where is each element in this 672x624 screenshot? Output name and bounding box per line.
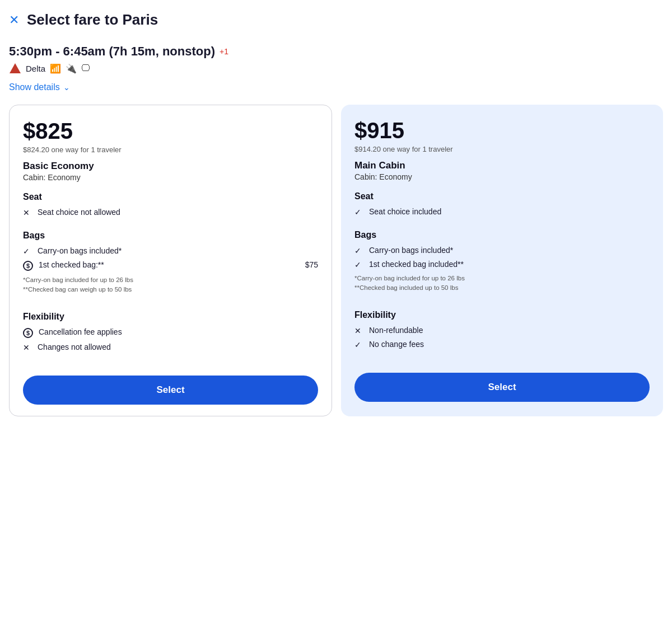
feature-row: $ Cancellation fee applies (23, 327, 318, 338)
bags-section-main: Bags ✓ Carry-on bags included* ✓ 1st che… (354, 230, 650, 301)
check-icon: ✓ (354, 208, 363, 217)
day-offset: +1 (220, 47, 228, 56)
close-icon[interactable]: ✕ (9, 14, 19, 26)
fare-name-basic: Basic Economy (23, 161, 318, 172)
dollar-circle-icon: $ (23, 261, 33, 271)
feature-row: ✓ Carry-on bags included* (354, 246, 650, 255)
feature-row: ✓ Seat choice included (354, 207, 650, 217)
feature-row: ✓ No change fees (354, 340, 650, 349)
check-icon: ✓ (354, 260, 363, 269)
feature-row-checked-bag: $ 1st checked bag:** $75 (23, 260, 318, 271)
feature-row: ✕ Non-refundable (354, 326, 650, 335)
fare-cards-container: $825 $824.20 one way for 1 traveler Basi… (9, 105, 663, 416)
feature-row: ✕ Changes not allowed (23, 343, 318, 352)
svg-marker-0 (10, 63, 21, 73)
seat-title-main: Seat (354, 191, 650, 201)
check-icon: ✓ (354, 246, 363, 255)
cross-icon: ✕ (354, 326, 363, 335)
show-details-label: Show details (9, 82, 60, 92)
flexibility-section-main: Flexibility ✕ Non-refundable ✓ No change… (354, 310, 650, 354)
flight-time-range: 5:30pm - 6:45am (7h 15m, nonstop) +1 (9, 44, 663, 59)
screen-icon: 🖵 (81, 63, 90, 73)
check-icon: ✓ (354, 340, 363, 349)
airline-name: Delta (26, 64, 45, 73)
flex-title-main: Flexibility (354, 310, 650, 320)
fare-card-main-cabin: $915 $914.20 one way for 1 traveler Main… (341, 105, 663, 416)
fare-cabin-basic: Cabin: Economy (23, 173, 318, 182)
fare-card-basic-economy: $825 $824.20 one way for 1 traveler Basi… (9, 105, 332, 416)
fare-cabin-main-cabin: Cabin: Economy (354, 172, 650, 181)
feature-row: ✓ Carry-on bags included* (23, 246, 318, 256)
check-icon: ✓ (23, 247, 32, 256)
feature-row: ✓ 1st checked bag included** (354, 260, 650, 269)
page-header: ✕ Select fare to Paris (9, 11, 663, 29)
price-basic: $825 (23, 119, 318, 143)
power-icon: 🔌 (66, 63, 77, 74)
fare-name-main-cabin: Main Cabin (354, 160, 650, 171)
show-details-toggle[interactable]: Show details ⌄ (9, 82, 663, 92)
dollar-circle-icon: $ (23, 328, 33, 338)
price-main-cabin: $915 (354, 118, 650, 143)
feature-text: Cancellation fee applies (39, 327, 122, 336)
wifi-icon: 📶 (50, 63, 61, 74)
delta-logo-icon (9, 62, 21, 74)
price-sub-basic: $824.20 one way for 1 traveler (23, 146, 318, 154)
feature-text: Seat choice included (369, 207, 441, 216)
page-title: Select fare to Paris (27, 11, 158, 29)
flight-info: 5:30pm - 6:45am (7h 15m, nonstop) +1 Del… (9, 44, 663, 74)
bags-section-basic: Bags ✓ Carry-on bags included* $ 1st che… (23, 231, 318, 303)
price-sub-main-cabin: $914.20 one way for 1 traveler (354, 145, 650, 153)
chevron-down-icon: ⌄ (63, 83, 70, 92)
feature-row: ✕ Seat choice not allowed (23, 208, 318, 217)
airline-row: Delta 📶 🔌 🖵 (9, 62, 663, 74)
bag-notes-main: *Carry-on bag included for up to 26 lbs*… (354, 274, 650, 293)
feature-text: 1st checked bag:** (39, 260, 104, 269)
bag-price: $75 (305, 260, 318, 269)
feature-text: No change fees (369, 340, 424, 349)
flex-title-basic: Flexibility (23, 312, 318, 322)
bags-title-basic: Bags (23, 231, 318, 241)
feature-text: Carry-on bags included* (369, 246, 453, 255)
feature-text: Seat choice not allowed (38, 208, 120, 217)
feature-text: Changes not allowed (38, 343, 111, 351)
feature-text: Carry-on bags included* (38, 246, 122, 255)
cross-icon: ✕ (23, 343, 32, 352)
select-button-basic[interactable]: Select (23, 376, 318, 405)
seat-section-basic: Seat ✕ Seat choice not allowed (23, 192, 318, 222)
seat-section-main: Seat ✓ Seat choice included (354, 191, 650, 221)
bag-notes-basic: *Carry-on bag included for up to 26 lbs*… (23, 275, 318, 295)
feature-text: Non-refundable (369, 326, 423, 335)
select-button-main-cabin[interactable]: Select (354, 373, 650, 402)
flexibility-section-basic: Flexibility $ Cancellation fee applies ✕… (23, 312, 318, 356)
seat-title-basic: Seat (23, 192, 318, 202)
feature-text: 1st checked bag included** (369, 260, 464, 269)
bags-title-main: Bags (354, 230, 650, 240)
feature-row-left: $ 1st checked bag:** (23, 260, 104, 271)
cross-icon: ✕ (23, 208, 32, 217)
